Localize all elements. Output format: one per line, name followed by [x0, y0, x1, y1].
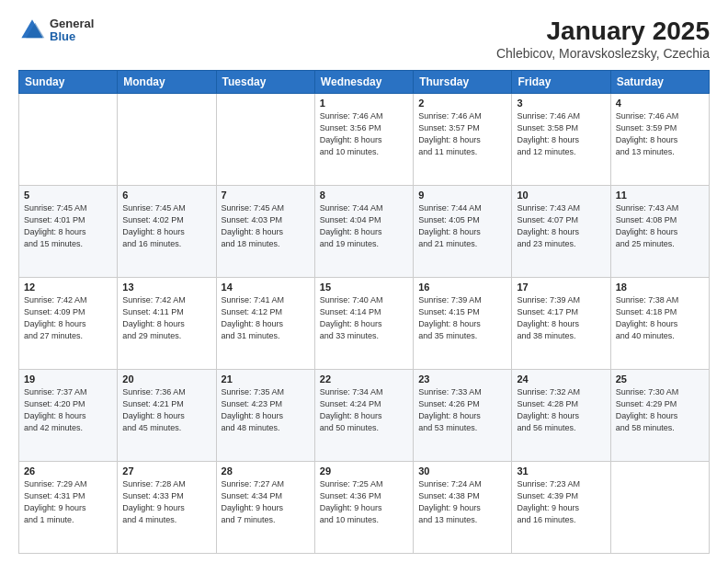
- calendar-cell: 2Sunrise: 7:46 AM Sunset: 3:57 PM Daylig…: [414, 94, 512, 186]
- calendar-title: January 2025: [496, 17, 710, 46]
- day-number: 2: [418, 98, 506, 109]
- calendar-cell: 27Sunrise: 7:28 AM Sunset: 4:33 PM Dayli…: [118, 462, 216, 554]
- page: General Blue January 2025 Chlebicov, Mor…: [0, 0, 728, 563]
- day-number: 17: [517, 282, 605, 293]
- calendar-cell: 8Sunrise: 7:44 AM Sunset: 4:04 PM Daylig…: [314, 186, 413, 278]
- day-info: Sunrise: 7:30 AM Sunset: 4:29 PM Dayligh…: [616, 386, 704, 434]
- weekday-header-thursday: Thursday: [414, 71, 512, 94]
- day-number: 12: [24, 282, 112, 293]
- calendar-cell: [216, 94, 314, 186]
- day-number: 23: [418, 373, 506, 385]
- day-info: Sunrise: 7:25 AM Sunset: 4:36 PM Dayligh…: [320, 478, 408, 526]
- day-info: Sunrise: 7:41 AM Sunset: 4:12 PM Dayligh…: [222, 294, 310, 342]
- day-info: Sunrise: 7:33 AM Sunset: 4:26 PM Dayligh…: [418, 386, 506, 434]
- day-info: Sunrise: 7:46 AM Sunset: 3:57 PM Dayligh…: [418, 110, 506, 158]
- day-number: 26: [24, 465, 112, 477]
- day-number: 20: [122, 373, 210, 385]
- calendar-cell: 7Sunrise: 7:45 AM Sunset: 4:03 PM Daylig…: [216, 186, 314, 278]
- day-number: 13: [122, 282, 210, 293]
- day-info: Sunrise: 7:45 AM Sunset: 4:02 PM Dayligh…: [122, 202, 210, 250]
- day-number: 1: [320, 98, 408, 109]
- day-info: Sunrise: 7:39 AM Sunset: 4:15 PM Dayligh…: [418, 294, 506, 342]
- day-info: Sunrise: 7:46 AM Sunset: 3:58 PM Dayligh…: [517, 110, 605, 158]
- day-number: 9: [418, 190, 506, 201]
- day-info: Sunrise: 7:43 AM Sunset: 4:07 PM Dayligh…: [517, 202, 605, 250]
- day-number: 16: [418, 282, 506, 293]
- day-number: 6: [122, 190, 210, 201]
- day-info: Sunrise: 7:27 AM Sunset: 4:34 PM Dayligh…: [222, 478, 310, 526]
- day-number: 8: [320, 190, 408, 201]
- day-number: 30: [418, 465, 506, 477]
- calendar-cell: [118, 94, 216, 186]
- calendar-cell: 23Sunrise: 7:33 AM Sunset: 4:26 PM Dayli…: [414, 370, 512, 462]
- calendar-cell: 21Sunrise: 7:35 AM Sunset: 4:23 PM Dayli…: [216, 370, 314, 462]
- day-number: 7: [222, 190, 310, 201]
- calendar-cell: 9Sunrise: 7:44 AM Sunset: 4:05 PM Daylig…: [414, 186, 512, 278]
- calendar-week-1: 5Sunrise: 7:45 AM Sunset: 4:01 PM Daylig…: [19, 186, 710, 278]
- day-number: 28: [222, 465, 310, 477]
- calendar-cell: 11Sunrise: 7:43 AM Sunset: 4:08 PM Dayli…: [610, 186, 709, 278]
- title-block: January 2025 Chlebicov, Moravskoslezsky,…: [496, 17, 710, 61]
- calendar-cell: 1Sunrise: 7:46 AM Sunset: 3:56 PM Daylig…: [314, 94, 413, 186]
- weekday-header-row: SundayMondayTuesdayWednesdayThursdayFrid…: [19, 71, 710, 94]
- calendar-week-4: 26Sunrise: 7:29 AM Sunset: 4:31 PM Dayli…: [19, 462, 710, 554]
- day-number: 14: [222, 282, 310, 293]
- day-number: 29: [320, 465, 408, 477]
- day-number: 4: [616, 98, 704, 109]
- day-info: Sunrise: 7:29 AM Sunset: 4:31 PM Dayligh…: [24, 478, 112, 526]
- weekday-header-saturday: Saturday: [610, 71, 709, 94]
- calendar-cell: 24Sunrise: 7:32 AM Sunset: 4:28 PM Dayli…: [512, 370, 610, 462]
- day-info: Sunrise: 7:44 AM Sunset: 4:04 PM Dayligh…: [320, 202, 408, 250]
- calendar-cell: 22Sunrise: 7:34 AM Sunset: 4:24 PM Dayli…: [314, 370, 413, 462]
- calendar-cell: 19Sunrise: 7:37 AM Sunset: 4:20 PM Dayli…: [19, 370, 118, 462]
- day-number: 18: [616, 282, 704, 293]
- calendar-cell: 25Sunrise: 7:30 AM Sunset: 4:29 PM Dayli…: [610, 370, 709, 462]
- day-number: 31: [517, 465, 605, 477]
- calendar-cell: 28Sunrise: 7:27 AM Sunset: 4:34 PM Dayli…: [216, 462, 314, 554]
- day-number: 25: [616, 373, 704, 385]
- calendar-cell: 5Sunrise: 7:45 AM Sunset: 4:01 PM Daylig…: [19, 186, 118, 278]
- calendar-cell: 12Sunrise: 7:42 AM Sunset: 4:09 PM Dayli…: [19, 278, 118, 370]
- calendar-week-3: 19Sunrise: 7:37 AM Sunset: 4:20 PM Dayli…: [19, 370, 710, 462]
- calendar-cell: 3Sunrise: 7:46 AM Sunset: 3:58 PM Daylig…: [512, 94, 610, 186]
- day-number: 21: [222, 373, 310, 385]
- weekday-header-friday: Friday: [512, 71, 610, 94]
- day-info: Sunrise: 7:23 AM Sunset: 4:39 PM Dayligh…: [517, 478, 605, 526]
- day-info: Sunrise: 7:42 AM Sunset: 4:09 PM Dayligh…: [24, 294, 112, 342]
- day-info: Sunrise: 7:28 AM Sunset: 4:33 PM Dayligh…: [122, 478, 210, 526]
- logo: General Blue: [18, 17, 94, 44]
- day-info: Sunrise: 7:39 AM Sunset: 4:17 PM Dayligh…: [517, 294, 605, 342]
- day-info: Sunrise: 7:46 AM Sunset: 3:59 PM Dayligh…: [616, 110, 704, 158]
- weekday-header-wednesday: Wednesday: [314, 71, 413, 94]
- calendar-cell: 4Sunrise: 7:46 AM Sunset: 3:59 PM Daylig…: [610, 94, 709, 186]
- calendar-week-2: 12Sunrise: 7:42 AM Sunset: 4:09 PM Dayli…: [19, 278, 710, 370]
- weekday-header-sunday: Sunday: [19, 71, 118, 94]
- day-number: 19: [24, 373, 112, 385]
- day-info: Sunrise: 7:38 AM Sunset: 4:18 PM Dayligh…: [616, 294, 704, 342]
- day-info: Sunrise: 7:45 AM Sunset: 4:03 PM Dayligh…: [222, 202, 310, 250]
- day-info: Sunrise: 7:42 AM Sunset: 4:11 PM Dayligh…: [122, 294, 210, 342]
- calendar-cell: 31Sunrise: 7:23 AM Sunset: 4:39 PM Dayli…: [512, 462, 610, 554]
- day-info: Sunrise: 7:46 AM Sunset: 3:56 PM Dayligh…: [320, 110, 408, 158]
- day-number: 10: [517, 190, 605, 201]
- calendar-cell: 14Sunrise: 7:41 AM Sunset: 4:12 PM Dayli…: [216, 278, 314, 370]
- calendar-cell: 13Sunrise: 7:42 AM Sunset: 4:11 PM Dayli…: [118, 278, 216, 370]
- calendar-cell: [19, 94, 118, 186]
- logo-text: General Blue: [50, 17, 94, 44]
- day-number: 3: [517, 98, 605, 109]
- header: General Blue January 2025 Chlebicov, Mor…: [18, 17, 710, 61]
- day-number: 11: [616, 190, 704, 201]
- weekday-header-tuesday: Tuesday: [216, 71, 314, 94]
- day-number: 24: [517, 373, 605, 385]
- day-info: Sunrise: 7:44 AM Sunset: 4:05 PM Dayligh…: [418, 202, 506, 250]
- day-info: Sunrise: 7:35 AM Sunset: 4:23 PM Dayligh…: [222, 386, 310, 434]
- day-number: 27: [122, 465, 210, 477]
- calendar-cell: 16Sunrise: 7:39 AM Sunset: 4:15 PM Dayli…: [414, 278, 512, 370]
- calendar-cell: 20Sunrise: 7:36 AM Sunset: 4:21 PM Dayli…: [118, 370, 216, 462]
- calendar-cell: 15Sunrise: 7:40 AM Sunset: 4:14 PM Dayli…: [314, 278, 413, 370]
- day-info: Sunrise: 7:36 AM Sunset: 4:21 PM Dayligh…: [122, 386, 210, 434]
- day-info: Sunrise: 7:43 AM Sunset: 4:08 PM Dayligh…: [616, 202, 704, 250]
- day-info: Sunrise: 7:24 AM Sunset: 4:38 PM Dayligh…: [418, 478, 506, 526]
- calendar-cell: 6Sunrise: 7:45 AM Sunset: 4:02 PM Daylig…: [118, 186, 216, 278]
- logo-general-text: General: [50, 17, 94, 30]
